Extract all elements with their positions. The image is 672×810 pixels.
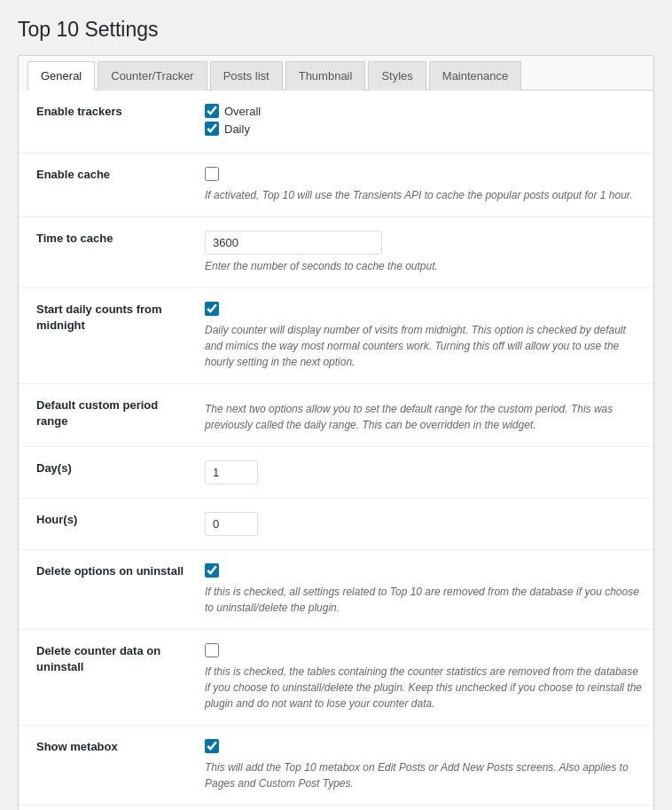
field-label-days: Day(s) [19, 447, 196, 499]
field-row-days: Day(s) [19, 447, 653, 499]
checkbox-delete-counter-data[interactable] [205, 643, 219, 657]
tabs: GeneralCounter/TrackerPosts listThumbnai… [27, 56, 653, 90]
field-description-enable-cache: If activated, Top 10 will use the Transi… [205, 187, 645, 203]
field-value-start-daily-counts: Daily counter will display number of vis… [196, 288, 653, 384]
field-row-show-metabox: Show metaboxThis will add the Top 10 met… [19, 726, 653, 806]
field-value-time-to-cache: Enter the number of seconds to cache the… [196, 217, 653, 288]
tab-thumbnail[interactable]: Thumbnail [285, 61, 366, 90]
field-label-start-daily-counts: Start daily counts from midnight [19, 288, 196, 384]
checkbox-start-daily-counts[interactable] [205, 302, 219, 316]
form-table: Enable trackersOverallDailyEnable cacheI… [19, 90, 653, 810]
field-description-start-daily-counts: Daily counter will display number of vis… [205, 322, 645, 370]
field-row-default-custom-period: Default custom period rangeThe next two … [19, 384, 653, 447]
checkbox-delete-options-uninstall[interactable] [205, 563, 219, 578]
field-row-enable-cache: Enable cacheIf activated, Top 10 will us… [19, 153, 653, 217]
field-row-limit-metabox-admins: Limit meta box to Admins onlyIf selected… [19, 806, 653, 811]
field-row-delete-options-uninstall: Delete options on uninstallIf this is ch… [19, 550, 653, 630]
field-row-time-to-cache: Time to cacheEnter the number of seconds… [19, 217, 653, 288]
checkbox-text-daily: Daily [224, 122, 250, 136]
field-value-enable-cache: If activated, Top 10 will use the Transi… [196, 153, 653, 217]
field-row-enable-trackers: Enable trackersOverallDaily [19, 90, 653, 153]
checkbox-label-overall[interactable]: Overall [205, 104, 645, 118]
tabs-bar: GeneralCounter/TrackerPosts listThumbnai… [19, 56, 653, 90]
text-input-time-to-cache[interactable] [205, 231, 382, 255]
field-value-delete-options-uninstall: If this is checked, all settings related… [196, 550, 653, 630]
field-description-time-to-cache: Enter the number of seconds to cache the… [205, 258, 645, 274]
tab-styles[interactable]: Styles [368, 61, 426, 90]
number-input-days[interactable] [205, 460, 258, 484]
checkbox-show-metabox[interactable] [205, 739, 219, 753]
field-description-delete-counter-data: If this is checked, the tables containin… [205, 664, 645, 712]
field-description-delete-options-uninstall: If this is checked, all settings related… [205, 584, 645, 616]
checkbox-text-overall: Overall [224, 105, 261, 118]
field-value-default-custom-period: The next two options allow you to set th… [196, 384, 653, 447]
field-label-delete-counter-data: Delete counter data on uninstall [19, 630, 196, 726]
field-row-start-daily-counts: Start daily counts from midnightDaily co… [19, 288, 653, 384]
field-value-limit-metabox-admins: If selected, the meta box will be hidden… [196, 806, 653, 811]
field-label-enable-cache: Enable cache [19, 153, 196, 217]
field-description-default-custom-period: The next two options allow you to set th… [205, 401, 645, 433]
tab-maintenance[interactable]: Maintenance [429, 61, 521, 90]
field-label-delete-options-uninstall: Delete options on uninstall [19, 550, 196, 630]
tab-general[interactable]: General [27, 61, 95, 90]
field-label-limit-metabox-admins: Limit meta box to Admins only [19, 806, 196, 811]
field-label-time-to-cache: Time to cache [19, 217, 196, 288]
number-input-hours[interactable] [205, 512, 258, 536]
tab-posts-list[interactable]: Posts list [210, 61, 283, 90]
tab-counter-tracker[interactable]: Counter/Tracker [98, 61, 207, 90]
field-value-delete-counter-data: If this is checked, the tables containin… [196, 630, 653, 726]
field-row-delete-counter-data: Delete counter data on uninstallIf this … [19, 630, 653, 726]
settings-container: GeneralCounter/TrackerPosts listThumbnai… [18, 55, 654, 810]
checkbox-label-daily[interactable]: Daily [205, 122, 645, 136]
checkbox-overall[interactable] [205, 104, 219, 118]
field-value-enable-trackers: OverallDaily [196, 90, 653, 153]
page-title: Top 10 Settings [18, 18, 654, 42]
field-label-default-custom-period: Default custom period range [19, 384, 196, 447]
field-value-days [196, 447, 653, 499]
field-row-hours: Hour(s) [19, 499, 653, 550]
field-label-show-metabox: Show metabox [19, 726, 196, 806]
field-label-hours: Hour(s) [19, 499, 196, 550]
field-value-show-metabox: This will add the Top 10 metabox on Edit… [196, 726, 653, 806]
field-value-hours [196, 499, 653, 550]
field-description-show-metabox: This will add the Top 10 metabox on Edit… [205, 759, 645, 791]
checkbox-daily[interactable] [205, 122, 219, 136]
checkbox-enable-cache[interactable] [205, 167, 219, 181]
field-label-enable-trackers: Enable trackers [19, 90, 196, 153]
